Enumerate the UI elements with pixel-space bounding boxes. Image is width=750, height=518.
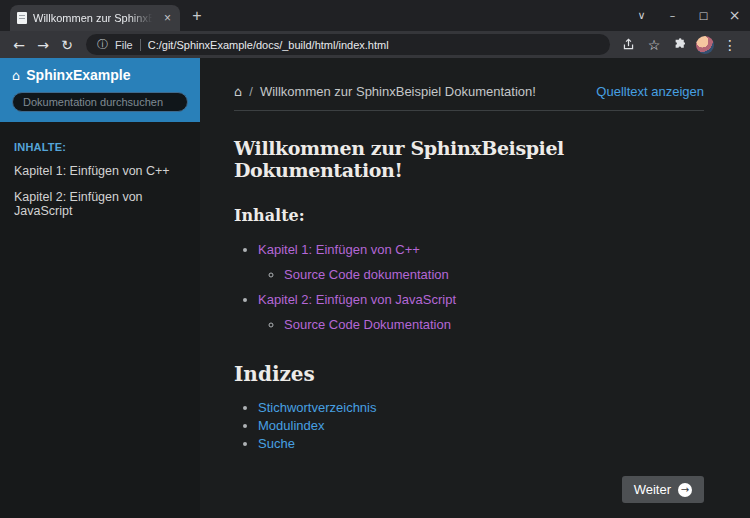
toc-item: Kapitel 1: Einfügen von C++ Source Code … (258, 242, 704, 282)
address-bar[interactable]: ⓘ File C:/git/SphinxExample/docs/_build/… (86, 34, 610, 55)
toc-sublink-kapitel2[interactable]: Source Code Dokumentation (284, 317, 451, 332)
url-separator (140, 39, 141, 51)
sidebar: ⌂ SphinxExample INHALTE: Kapitel 1: Einf… (0, 58, 200, 518)
toc-item: Kapitel 2: Einfügen von JavaScript Sourc… (258, 292, 704, 332)
back-button[interactable]: ← (8, 34, 30, 56)
indices-list: Stichwortverzeichnis Modulindex Suche (234, 400, 704, 451)
tab-title: Willkommen zur SphinxBeispiel Dokumentat… (33, 12, 156, 24)
breadcrumb: ⌂ / Willkommen zur SphinxBeispiel Dokume… (234, 84, 704, 99)
index-item: Stichwortverzeichnis (258, 400, 704, 415)
toc-sublink-kapitel1[interactable]: Source Code dokumentation (284, 267, 449, 282)
index-item: Suche (258, 436, 704, 451)
toc-subitem: Source Code dokumentation (284, 267, 704, 282)
close-button[interactable]: × (719, 0, 750, 30)
page-favicon-icon (17, 12, 27, 24)
browser-tab[interactable]: Willkommen zur SphinxBeispiel Dokumentat… (10, 5, 180, 31)
window-chevron-icon[interactable]: ∨ (626, 0, 657, 30)
tab-strip: Willkommen zur SphinxBeispiel Dokumentat… (0, 0, 750, 31)
next-page-label: Weiter (634, 482, 671, 497)
view-source-link[interactable]: Quelltext anzeigen (596, 84, 704, 99)
pager: Weiter → (234, 476, 704, 503)
browser-toolbar: ← → ↻ ⓘ File C:/git/SphinxExample/docs/_… (0, 31, 750, 58)
toc-link-kapitel1[interactable]: Kapitel 1: Einfügen von C++ (258, 242, 420, 257)
index-link-stichwortverzeichnis[interactable]: Stichwortverzeichnis (258, 400, 377, 415)
toc-list: Kapitel 1: Einfügen von C++ Source Code … (234, 242, 704, 332)
home-icon: ⌂ (12, 68, 20, 83)
indices-heading: Indizes (234, 362, 704, 386)
menu-dots-icon[interactable]: ⋮ (720, 35, 740, 55)
tab-close-icon[interactable]: × (162, 11, 173, 25)
toc-sublist: Source Code dokumentation (258, 267, 704, 282)
page-body: ⌂ SphinxExample INHALTE: Kapitel 1: Einf… (0, 58, 750, 518)
next-page-button[interactable]: Weiter → (622, 476, 704, 503)
sidebar-item-kapitel1[interactable]: Kapitel 1: Einfügen von C++ (0, 158, 200, 184)
breadcrumb-current: Willkommen zur SphinxBeispiel Dokumentat… (260, 84, 536, 99)
index-link-modulindex[interactable]: Modulindex (258, 418, 325, 433)
index-item: Modulindex (258, 418, 704, 433)
sidebar-caption: INHALTE: (0, 122, 200, 158)
url-text: C:/git/SphinxExample/docs/_build/html/in… (148, 39, 389, 51)
sidebar-item-kapitel2[interactable]: Kapitel 2: Einfügen von JavaScript (0, 184, 200, 224)
reload-button[interactable]: ↻ (56, 34, 78, 56)
project-home-link[interactable]: ⌂ SphinxExample (12, 67, 188, 83)
maximize-button[interactable]: □ (688, 0, 719, 30)
breadcrumb-divider (234, 110, 704, 111)
share-icon[interactable] (618, 35, 638, 55)
project-title: SphinxExample (26, 67, 130, 83)
minimize-button[interactable]: – (657, 0, 688, 30)
new-tab-button[interactable]: + (184, 3, 210, 29)
main-content: ⌂ / Willkommen zur SphinxBeispiel Dokume… (200, 58, 750, 518)
search-input[interactable] (12, 92, 188, 112)
breadcrumb-home-icon[interactable]: ⌂ (234, 84, 242, 99)
forward-button[interactable]: → (32, 34, 54, 56)
page-info-icon[interactable]: ⓘ (97, 37, 108, 52)
toc-link-kapitel2[interactable]: Kapitel 2: Einfügen von JavaScript (258, 292, 456, 307)
toolbar-actions: ☆ ⋮ (618, 35, 742, 55)
browser-window: Willkommen zur SphinxBeispiel Dokumentat… (0, 0, 750, 518)
toc-subitem: Source Code Dokumentation (284, 317, 704, 332)
bookmark-star-icon[interactable]: ☆ (644, 35, 664, 55)
sidebar-header: ⌂ SphinxExample (0, 58, 200, 122)
profile-avatar[interactable] (696, 36, 714, 54)
url-scheme-label: File (115, 39, 133, 51)
page-title: Willkommen zur SphinxBeispiel Dokumentat… (234, 137, 704, 181)
toc-sublist: Source Code Dokumentation (258, 317, 704, 332)
arrow-circle-right-icon: → (678, 483, 692, 497)
window-controls: ∨ – □ × (626, 0, 750, 30)
index-link-suche[interactable]: Suche (258, 436, 295, 451)
extensions-puzzle-icon[interactable] (670, 35, 690, 55)
breadcrumb-separator: / (249, 84, 253, 99)
toc-heading: Inhalte: (234, 206, 704, 225)
